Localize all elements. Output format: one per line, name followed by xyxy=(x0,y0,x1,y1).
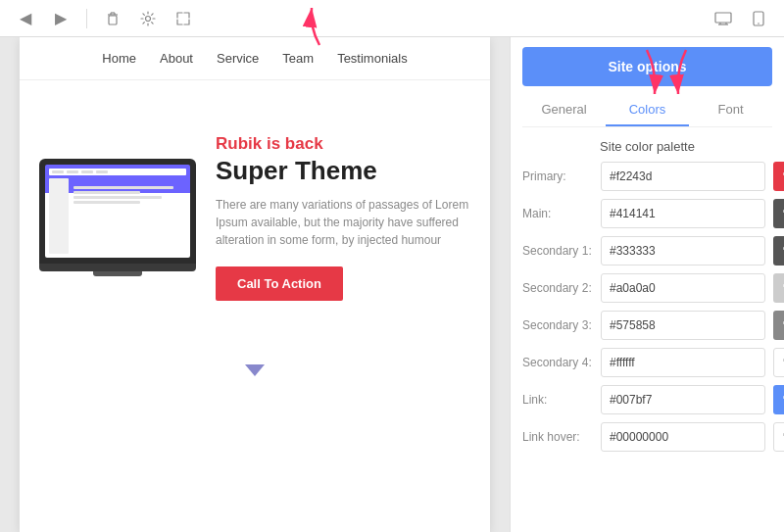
color-label-main: Main: xyxy=(522,207,593,220)
section-title: Site color palette xyxy=(511,127,784,162)
color-rows: Primary: ✎ Main: ✎ Secondary 1: ✎ Second… xyxy=(511,162,784,532)
color-row-link-hover: Link hover: ✎ xyxy=(522,422,772,452)
color-row-main: Main: ✎ xyxy=(522,199,772,228)
hero-subtitle: Rubik is back xyxy=(216,134,470,154)
arrow-down-icon xyxy=(245,364,265,376)
color-pick-primary[interactable]: ✎ xyxy=(773,162,784,191)
site-preview: Home About Service Team Testimonials xyxy=(20,37,490,532)
nav-about[interactable]: About xyxy=(160,51,193,66)
color-input-link-hover[interactable] xyxy=(601,422,765,452)
svg-point-12 xyxy=(758,23,760,24)
preview-nav: Home About Service Team Testimonials xyxy=(20,37,490,80)
color-row-secondary4: Secondary 4: ✎ xyxy=(522,348,772,377)
color-input-secondary2[interactable] xyxy=(601,273,765,303)
color-row-secondary3: Secondary 3: ✎ xyxy=(522,311,772,340)
color-pick-secondary2[interactable]: ✎ xyxy=(773,273,784,303)
tab-general[interactable]: General xyxy=(522,94,606,126)
nav-home[interactable]: Home xyxy=(102,51,136,66)
site-options-button[interactable]: Site options xyxy=(522,47,772,86)
tab-colors[interactable]: Colors xyxy=(606,94,689,126)
color-label-secondary4: Secondary 4: xyxy=(522,356,593,369)
color-label-secondary3: Secondary 3: xyxy=(522,318,593,332)
color-input-secondary4[interactable] xyxy=(601,348,765,377)
main-area: Home About Service Team Testimonials xyxy=(0,37,784,532)
color-input-main[interactable] xyxy=(601,199,765,228)
right-panel: Site options General Colors Font Site co… xyxy=(510,37,784,532)
hero-title: Super Theme xyxy=(216,156,470,186)
color-label-secondary2: Secondary 2: xyxy=(522,281,593,295)
hero-content: Rubik is back Super Theme There are many… xyxy=(216,134,470,301)
color-input-secondary3[interactable] xyxy=(601,311,765,340)
color-pick-secondary3[interactable]: ✎ xyxy=(773,311,784,340)
color-label-link-hover: Link hover: xyxy=(522,430,593,444)
color-pick-link-hover[interactable]: ✎ xyxy=(773,422,784,452)
svg-rect-0 xyxy=(109,16,117,24)
color-row-secondary2: Secondary 2: ✎ xyxy=(522,273,772,303)
svg-rect-7 xyxy=(715,13,731,23)
tablet-view-button[interactable] xyxy=(745,5,772,32)
preview-hero: Rubik is back Super Theme There are many… xyxy=(20,80,490,355)
expand-button[interactable] xyxy=(170,5,197,32)
color-input-secondary1[interactable] xyxy=(601,236,765,266)
toolbar-separator xyxy=(86,9,87,28)
color-input-link[interactable] xyxy=(601,385,765,414)
preview-footer xyxy=(20,355,490,386)
color-row-secondary1: Secondary 1: ✎ xyxy=(522,236,772,266)
color-label-primary: Primary: xyxy=(522,169,593,183)
canvas-area: Home About Service Team Testimonials xyxy=(0,37,510,532)
color-label-secondary1: Secondary 1: xyxy=(522,244,593,258)
settings-button[interactable] xyxy=(134,5,162,32)
desktop-view-button[interactable] xyxy=(710,5,737,32)
forward-button[interactable]: ▶ xyxy=(47,5,74,32)
color-label-link: Link: xyxy=(522,393,593,407)
nav-testimonials[interactable]: Testimonials xyxy=(337,51,408,66)
toolbar: ◀ ▶ xyxy=(0,0,784,37)
nav-team[interactable]: Team xyxy=(282,51,314,66)
laptop-illustration xyxy=(39,159,196,276)
color-pick-link[interactable]: ✎ xyxy=(773,385,784,414)
color-input-primary[interactable] xyxy=(601,162,765,191)
color-pick-secondary1[interactable]: ✎ xyxy=(773,236,784,266)
color-pick-main[interactable]: ✎ xyxy=(773,199,784,228)
color-row-primary: Primary: ✎ xyxy=(522,162,772,191)
trash-button[interactable] xyxy=(99,5,126,32)
toolbar-right xyxy=(710,5,772,32)
color-pick-secondary4[interactable]: ✎ xyxy=(773,348,784,377)
svg-point-5 xyxy=(146,16,151,21)
tab-font[interactable]: Font xyxy=(689,94,772,126)
back-button[interactable]: ◀ xyxy=(12,5,39,32)
cta-button[interactable]: Call To Action xyxy=(216,266,343,301)
color-row-link: Link: ✎ xyxy=(522,385,772,414)
panel-tabs: General Colors Font xyxy=(522,94,772,127)
hero-description: There are many variations of passages of… xyxy=(216,196,470,249)
nav-service[interactable]: Service xyxy=(217,51,259,66)
